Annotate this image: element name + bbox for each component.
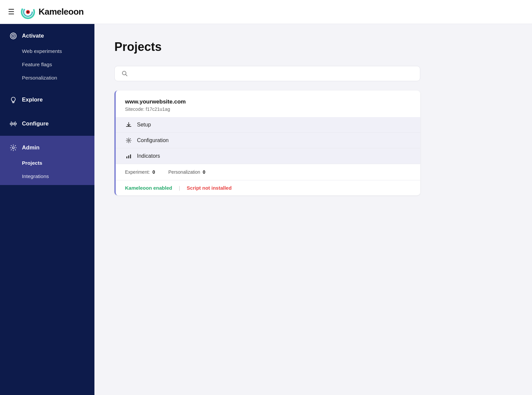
status-divider: | [179, 185, 180, 191]
svg-point-10 [12, 147, 14, 149]
gear-sm-icon [125, 137, 132, 143]
sidebar-item-projects[interactable]: Projects [0, 156, 94, 170]
project-menu-item-setup[interactable]: Setup [116, 117, 420, 133]
search-bar [114, 66, 420, 81]
logo: Kameleoon [21, 5, 84, 19]
search-input[interactable] [132, 71, 413, 77]
svg-point-6 [13, 35, 14, 37]
page-title: Projects [114, 40, 512, 54]
explore-label: Explore [22, 97, 43, 103]
setup-label: Setup [137, 122, 151, 128]
status-enabled: Kameleoon enabled [125, 185, 172, 191]
project-card-header: www.yourwebsite.com Sitecode: f17c21u1ag [116, 91, 420, 117]
target-icon [9, 32, 17, 40]
project-url: www.yourwebsite.com [125, 99, 411, 105]
sidebar-item-integrations[interactable]: Integrations [0, 170, 94, 183]
project-status: Kameleoon enabled | Script not installed [116, 180, 420, 195]
main-content: Projects www.yourwebsite.com Sitecode: f… [94, 24, 532, 395]
activate-label: Activate [22, 33, 44, 39]
personalization-stat: Personalization 0 [168, 169, 205, 175]
search-icon [121, 70, 128, 77]
configuration-label: Configuration [137, 137, 169, 143]
sidebar-section-explore: Explore [0, 88, 94, 112]
bulb-icon [9, 96, 17, 104]
chart-icon [125, 153, 132, 159]
sidebar-item-configure[interactable]: Configure [0, 115, 94, 132]
project-menu: Setup Configuration [116, 117, 420, 164]
sidebar-item-personalization[interactable]: Personalization [0, 71, 94, 85]
svg-rect-15 [130, 154, 131, 158]
main-layout: Activate Web experiments Feature flags P… [0, 24, 532, 395]
svg-point-8 [10, 123, 12, 125]
hamburger-button[interactable]: ☰ [8, 8, 15, 16]
logo-icon [21, 5, 35, 19]
sidebar-section-configure: Configure [0, 112, 94, 136]
sidebar-section-admin: Admin Projects Integrations [0, 136, 94, 185]
svg-rect-13 [126, 156, 127, 158]
indicators-label: Indicators [137, 153, 160, 159]
download-icon [125, 122, 132, 128]
svg-point-3 [27, 11, 29, 13]
sidebar: Activate Web experiments Feature flags P… [0, 24, 94, 395]
sidebar-item-activate[interactable]: Activate [0, 27, 94, 45]
sidebar-item-feature-flags[interactable]: Feature flags [0, 58, 94, 71]
status-not-installed: Script not installed [187, 185, 232, 191]
project-sitecode: Sitecode: f17c21u1ag [125, 106, 411, 112]
svg-point-9 [15, 123, 17, 125]
admin-label: Admin [22, 144, 40, 151]
project-card: www.yourwebsite.com Sitecode: f17c21u1ag… [114, 91, 420, 195]
svg-rect-14 [128, 155, 129, 158]
sidebar-item-explore[interactable]: Explore [0, 91, 94, 108]
experiment-stat: Experiment: 0 [125, 169, 155, 175]
sidebar-section-activate: Activate Web experiments Feature flags P… [0, 24, 94, 88]
configure-label: Configure [22, 120, 49, 127]
gear-icon [9, 144, 17, 152]
configure-icon [9, 120, 17, 128]
sidebar-item-web-experiments[interactable]: Web experiments [0, 45, 94, 58]
brand-name: Kameleoon [39, 7, 84, 17]
project-stats: Experiment: 0 Personalization 0 [116, 164, 420, 180]
project-menu-item-configuration[interactable]: Configuration [116, 133, 420, 148]
svg-point-7 [13, 123, 14, 125]
sidebar-item-admin[interactable]: Admin [0, 139, 94, 156]
project-menu-item-indicators[interactable]: Indicators [116, 148, 420, 164]
svg-point-12 [128, 140, 130, 141]
topbar: ☰ Kameleoon [0, 0, 532, 24]
